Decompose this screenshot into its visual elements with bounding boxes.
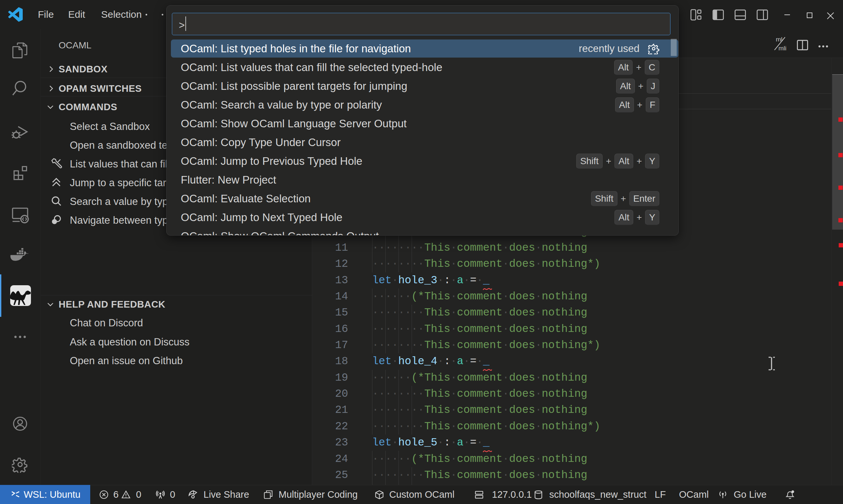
svg-text:mli: mli (778, 45, 786, 52)
svg-text:ml: ml (776, 36, 782, 43)
